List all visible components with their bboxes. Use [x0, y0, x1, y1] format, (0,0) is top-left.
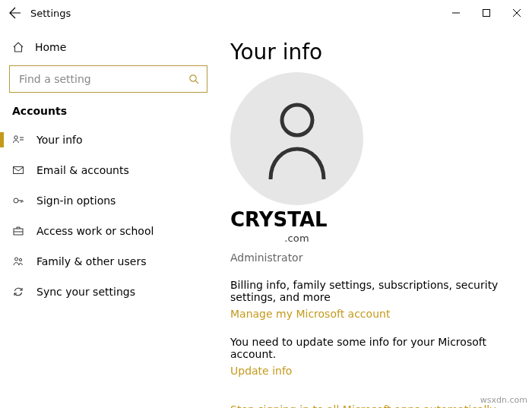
envelope-icon [12, 164, 24, 176]
update-info-link[interactable]: Update info [230, 365, 292, 377]
home-button[interactable]: Home [0, 36, 217, 62]
svg-point-6 [15, 258, 18, 261]
key-icon [12, 195, 24, 207]
sidebar-item-label: Sign-in options [36, 195, 116, 207]
home-label: Home [35, 41, 66, 53]
sidebar-item-label: Sync your settings [36, 286, 135, 298]
maximize-button[interactable] [471, 0, 502, 26]
sidebar-item-label: Email & accounts [36, 164, 129, 176]
minimize-icon [451, 8, 461, 17]
billing-text: Billing info, family settings, subscript… [230, 279, 517, 303]
search-icon [188, 74, 199, 84]
close-button[interactable] [502, 0, 532, 26]
search-box[interactable] [9, 65, 207, 93]
people-icon [12, 255, 24, 267]
svg-point-7 [19, 258, 21, 261]
username: CRYSTAL [230, 208, 517, 231]
sidebar-item-sync-settings[interactable]: Sync your settings [0, 277, 217, 307]
sidebar-item-label: Access work or school [36, 225, 154, 237]
svg-point-1 [190, 75, 196, 81]
stop-signin-link[interactable]: Stop signing in to all Microsoft apps au… [230, 403, 496, 408]
account-role: Administrator [230, 251, 517, 264]
sidebar-item-your-info[interactable]: Your info [0, 125, 217, 155]
update-text: You need to update some info for your Mi… [230, 336, 517, 360]
avatar [230, 72, 363, 205]
sidebar: Home Accounts Your info Email & accounts [0, 26, 217, 408]
svg-rect-3 [14, 167, 24, 174]
search-input[interactable] [17, 72, 188, 86]
back-button[interactable] [0, 0, 30, 26]
svg-point-8 [282, 105, 312, 135]
close-icon [512, 8, 521, 17]
back-arrow-icon [9, 7, 21, 19]
svg-rect-0 [483, 10, 490, 17]
svg-point-4 [14, 198, 18, 203]
sync-icon [12, 286, 24, 298]
sidebar-item-email-accounts[interactable]: Email & accounts [0, 155, 217, 185]
sidebar-item-label: Your info [36, 134, 83, 146]
titlebar: Settings [0, 0, 532, 26]
main-content: Your info CRYSTAL .com Administrator Bil… [217, 26, 532, 408]
account-email: .com [230, 232, 363, 244]
home-icon [12, 41, 24, 53]
briefcase-icon [12, 225, 24, 237]
app-title: Settings [30, 8, 71, 19]
sidebar-item-family-users[interactable]: Family & other users [0, 246, 217, 277]
manage-account-link[interactable]: Manage my Microsoft account [230, 308, 390, 320]
category-heading: Accounts [0, 103, 217, 125]
minimize-button[interactable] [441, 0, 471, 26]
maximize-icon [482, 8, 491, 17]
sidebar-item-label: Family & other users [36, 255, 146, 267]
sidebar-item-access-work-school[interactable]: Access work or school [0, 216, 217, 246]
sidebar-item-signin-options[interactable]: Sign-in options [0, 185, 217, 216]
page-title: Your info [230, 40, 517, 65]
svg-point-2 [14, 136, 17, 139]
watermark: wsxdn.com [480, 395, 527, 405]
person-icon [263, 97, 331, 181]
person-card-icon [12, 134, 24, 146]
